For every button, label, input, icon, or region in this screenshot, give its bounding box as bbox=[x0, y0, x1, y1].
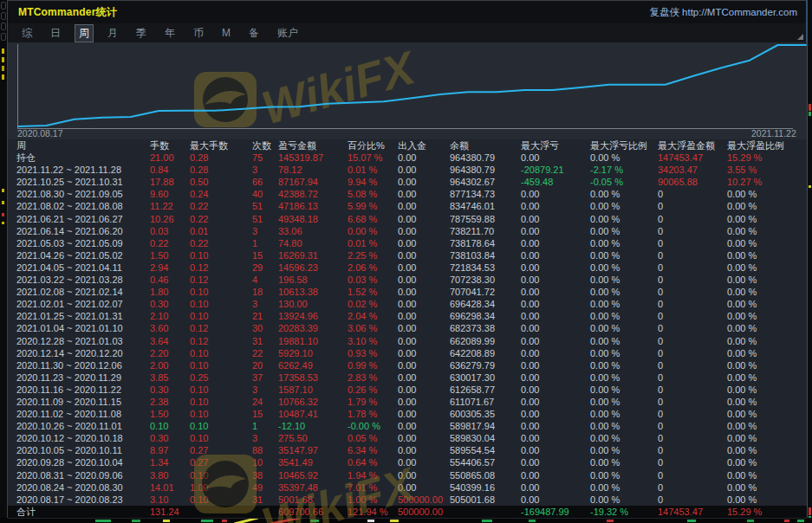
table-cell: 0.10 bbox=[190, 310, 252, 322]
table-cell: 0.00 % bbox=[590, 456, 658, 468]
table-cell: 0.00 bbox=[521, 384, 590, 396]
table-cell: 0.00 % bbox=[590, 420, 658, 432]
table-cell: 0.00 bbox=[398, 396, 450, 408]
table-cell: 9.94 % bbox=[348, 176, 398, 188]
table-cell: 2.38 bbox=[150, 396, 190, 408]
table-row[interactable]: 2020.10.26 ~ 2020.11.010.100.101-12.10-0… bbox=[8, 420, 807, 432]
table-row[interactable]: 2020.10.12 ~ 2020.10.180.300.103275.500.… bbox=[8, 432, 807, 444]
table-cell: -12.10 bbox=[278, 420, 348, 432]
table-row[interactable]: 2021.02.08 ~ 2021.02.141.800.101810613.3… bbox=[8, 286, 807, 298]
menu-item-季[interactable]: 季 bbox=[133, 25, 150, 42]
table-cell: 0 bbox=[658, 225, 727, 237]
menu-item-综[interactable]: 综 bbox=[18, 25, 36, 42]
table-cell: 0.00 bbox=[398, 188, 450, 200]
table-row[interactable]: 2020.11.23 ~ 2020.11.293.850.253717358.5… bbox=[8, 371, 807, 384]
table-cell: 0.00 bbox=[521, 408, 590, 420]
table-cell: 2020.11.30 ~ 2020.12.06 bbox=[16, 359, 150, 371]
table-cell: 51 bbox=[252, 213, 278, 225]
table-row[interactable]: 2021.01.04 ~ 2021.01.103.600.123020283.3… bbox=[8, 322, 807, 334]
table-row[interactable]: 2021.05.03 ~ 2021.05.090.220.22174.800.0… bbox=[8, 237, 807, 249]
table-cell: 15.29 % bbox=[727, 152, 807, 164]
table-cell: 0.01 bbox=[190, 225, 252, 237]
table-cell: 0.22 bbox=[190, 200, 252, 212]
table-row[interactable]: 2020.11.16 ~ 2020.11.220.300.1031587.100… bbox=[8, 384, 807, 396]
table-row[interactable]: 2021.03.22 ~ 2021.03.280.460.124196.580.… bbox=[8, 274, 807, 286]
table-row[interactable]: 2020.12.28 ~ 2021.01.033.640.123119881.1… bbox=[8, 335, 807, 347]
table-cell: 40 bbox=[252, 188, 278, 200]
table-cell: 0.00 % bbox=[727, 494, 807, 506]
table-row[interactable]: 2020.09.28 ~ 2020.10.041.340.27103541.49… bbox=[8, 456, 807, 468]
table-cell: 0.00 bbox=[521, 494, 590, 506]
table-row[interactable]: 2021.04.05 ~ 2021.04.112.940.122914596.2… bbox=[8, 262, 807, 274]
table-row[interactable]: 2020.08.17 ~ 2020.08.233.100.10315001.68… bbox=[8, 494, 807, 506]
table-cell: 15.07 % bbox=[348, 152, 398, 164]
table-cell: 0.00 bbox=[521, 335, 590, 347]
table-row[interactable]: 2020.08.31 ~ 2020.09.063.800.103810465.9… bbox=[8, 469, 807, 481]
table-row[interactable]: 持仓21.000.2875145319.8715.07 %0.00964380.… bbox=[8, 152, 807, 164]
table-row[interactable]: 2020.08.24 ~ 2020.08.3014.011.004935397.… bbox=[8, 481, 807, 494]
table-row[interactable]: 2021.01.25 ~ 2021.01.312.100.102113924.9… bbox=[8, 310, 807, 322]
table-cell: 0 bbox=[658, 494, 727, 506]
table-cell: 0.00 bbox=[398, 152, 450, 164]
table-cell: 600305.35 bbox=[450, 408, 521, 420]
table-cell: 0.00 bbox=[521, 469, 590, 481]
table-row[interactable]: 2021.06.21 ~ 2021.06.2710.260.225149348.… bbox=[8, 213, 807, 225]
table-cell: 0.00 % bbox=[590, 225, 658, 237]
table-cell: 0.00 bbox=[398, 286, 450, 298]
table-cell: 630017.30 bbox=[450, 371, 521, 384]
table-cell: 0.00 % bbox=[727, 481, 807, 494]
table-cell: 2020.11.16 ~ 2020.11.22 bbox=[16, 384, 150, 396]
table-cell: 0.00 % bbox=[590, 298, 658, 310]
table-row[interactable]: 2021.02.01 ~ 2021.02.070.300.103130.000.… bbox=[8, 298, 807, 310]
table-cell: 0.00 bbox=[398, 347, 450, 359]
table-row[interactable]: 2020.10.05 ~ 2020.10.118.970.278835147.9… bbox=[8, 444, 807, 456]
table-cell: 0.00 % bbox=[727, 310, 807, 322]
table-cell: 0.00 % bbox=[727, 420, 807, 432]
table-row[interactable]: 2021.08.02 ~ 2021.08.0811.220.225147186.… bbox=[8, 200, 807, 212]
table-cell: 0.00 % bbox=[727, 347, 807, 359]
menu-item-周[interactable]: 周 bbox=[75, 25, 93, 42]
table-cell: 2.94 bbox=[150, 262, 190, 274]
table-cell: 0.00 bbox=[521, 456, 590, 468]
table-row[interactable]: 2020.11.30 ~ 2020.12.062.000.10206262.49… bbox=[8, 359, 807, 371]
menu-item-年[interactable]: 年 bbox=[161, 25, 179, 42]
menu-item-日[interactable]: 日 bbox=[47, 25, 64, 42]
table-cell: 0.00 bbox=[521, 274, 590, 286]
menu-item-备[interactable]: 备 bbox=[245, 25, 263, 42]
menu-item-币[interactable]: 币 bbox=[190, 25, 207, 42]
table-row[interactable]: 2020.11.09 ~ 2020.11.152.380.102410766.3… bbox=[8, 396, 807, 408]
menu-item-月[interactable]: 月 bbox=[104, 25, 121, 42]
table-row[interactable]: 2020.11.02 ~ 2020.11.081.500.101510487.4… bbox=[8, 408, 807, 420]
table-row[interactable]: 2021.10.25 ~ 2021.10.3117.880.506687167.… bbox=[8, 176, 807, 188]
table-cell: 707041.72 bbox=[450, 286, 521, 298]
table-cell: 2020.12.28 ~ 2021.01.03 bbox=[16, 335, 150, 347]
table-cell: 3.06 % bbox=[348, 322, 398, 334]
table-cell: 0.00 % bbox=[590, 310, 658, 322]
table-row[interactable]: 2021.08.30 ~ 2021.09.059.600.244042388.7… bbox=[8, 188, 807, 200]
table-cell: 0.22 bbox=[190, 237, 252, 249]
table-cell: 721834.53 bbox=[450, 262, 521, 274]
table-total-row[interactable]: 合计131.24609700.66121.94 %500000.00-16948… bbox=[8, 506, 807, 518]
table-cell: 0.00 bbox=[398, 249, 450, 262]
menu-item-账户[interactable]: 账户 bbox=[274, 25, 302, 42]
table-cell: 2021.11.22 ~ 2021.11.28 bbox=[16, 164, 150, 176]
table-cell: 0.00 bbox=[521, 371, 590, 384]
table-row[interactable]: 2021.11.22 ~ 2021.11.280.840.28378.120.0… bbox=[8, 164, 807, 176]
menu-item-M[interactable]: M bbox=[218, 26, 234, 40]
table-row[interactable]: 2021.06.14 ~ 2021.06.200.030.01333.060.0… bbox=[8, 225, 807, 237]
table-cell: 0.00 % bbox=[590, 262, 658, 274]
table-row[interactable]: 2020.12.14 ~ 2020.12.202.200.10225929.10… bbox=[8, 347, 807, 359]
table-cell: 0.00 % bbox=[727, 396, 807, 408]
table-cell: 707238.30 bbox=[450, 274, 521, 286]
table-cell: 609700.66 bbox=[278, 506, 348, 518]
table-cell: 0.93 % bbox=[348, 347, 398, 359]
table-cell: 11.22 bbox=[150, 200, 190, 212]
equity-chart: WikiFX 2020.08.17 2021.11.22 bbox=[8, 42, 807, 139]
table-row[interactable]: 2021.04.26 ~ 2021.05.021.500.101516269.3… bbox=[8, 249, 807, 262]
background-left-window-edge bbox=[0, 0, 7, 523]
table-cell: 0.00 % bbox=[727, 359, 807, 371]
table-cell: 0.00 bbox=[521, 225, 590, 237]
table-cell: 0 bbox=[658, 481, 727, 494]
table-cell: 2020.08.17 ~ 2020.08.23 bbox=[16, 494, 150, 506]
table-cell: 2021.06.21 ~ 2021.06.27 bbox=[16, 213, 150, 225]
